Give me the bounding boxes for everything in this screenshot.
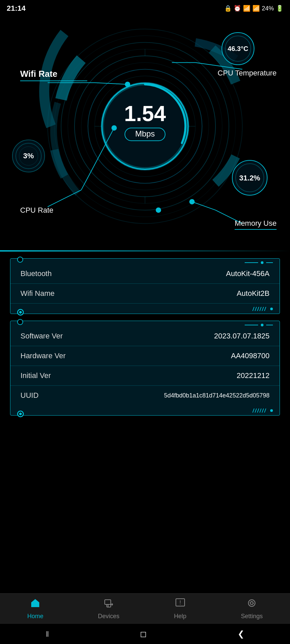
svg-text:Mbps: Mbps	[135, 129, 155, 138]
cpu-temp-label: CPU Temperature	[218, 69, 277, 77]
svg-point-15	[156, 207, 161, 213]
status-bar: 21:14 🔒 ⏰ 📶 📶 24% 🔋	[0, 0, 290, 17]
svg-rect-41	[107, 604, 111, 607]
status-icons: 🔒 ⏰ 📶 📶 24% 🔋	[224, 5, 283, 12]
corner-dot-1	[261, 261, 263, 264]
card-corner-br	[253, 307, 273, 311]
svg-line-23	[192, 202, 215, 210]
svg-rect-40	[105, 600, 111, 604]
cpu-rate-label: CPU Rate	[20, 206, 53, 215]
uuid-value: 5d4fbd0b1a1c81d714e42522d5d05798	[164, 392, 270, 399]
hardware-ver-value: AA4098700	[231, 352, 270, 360]
hash-marks-2	[253, 409, 265, 413]
devices-label: Devices	[98, 613, 119, 620]
corner-line-3	[245, 325, 258, 325]
svg-line-22	[48, 190, 81, 207]
bottom-nav: Home Devices ! Help	[0, 593, 290, 624]
battery-text: 24%	[262, 5, 274, 12]
bluetooth-value: AutoKit-456A	[226, 269, 270, 278]
hardware-ver-label: Hardware Ver	[20, 352, 66, 360]
gauge-section: 1.54 Mbps 46.3°C	[0, 17, 290, 252]
help-label: Help	[174, 613, 186, 620]
uuid-label: UUID	[20, 391, 39, 400]
uuid-row: UUID 5d4fbd0b1a1c81d714e42522d5d05798	[10, 386, 280, 405]
corner-line-1	[245, 262, 258, 263]
alarm-icon: ⏰	[234, 5, 241, 12]
initial-ver-value: 20221212	[237, 371, 270, 380]
wifi-name-value: AutoKit2B	[237, 289, 270, 298]
svg-text:31.2%: 31.2%	[239, 174, 260, 182]
nav-settings[interactable]: Settings	[241, 598, 263, 620]
svg-point-49	[248, 600, 255, 606]
card-corner-tr	[245, 261, 273, 264]
corner-line-4	[266, 325, 273, 325]
system-nav: ⦀ ◻ ❮	[0, 624, 290, 644]
help-icon: !	[175, 598, 186, 611]
card-corner-tr-2	[245, 324, 273, 326]
memory-label: Memory Use	[235, 219, 277, 230]
home-icon	[30, 598, 41, 611]
system-info-card: Software Ver 2023.07.07.1825 Hardware Ve…	[10, 321, 280, 416]
cpu-rate-gauge: 3%	[10, 138, 47, 176]
bluetooth-label: Bluetooth	[20, 269, 52, 278]
wifi-rate-label: Wifi Rate	[20, 69, 87, 81]
nav-home[interactable]: Home	[27, 598, 43, 620]
nav-devices[interactable]: Devices	[98, 598, 119, 620]
svg-line-17	[95, 83, 128, 84]
settings-icon	[246, 598, 257, 611]
initial-ver-row: Initial Ver 20221212	[10, 366, 280, 386]
svg-point-48	[250, 602, 253, 604]
devices-icon	[103, 598, 114, 611]
wifi-icon: 📶	[243, 5, 250, 12]
settings-label: Settings	[241, 613, 263, 620]
svg-text:46.3°C: 46.3°C	[228, 45, 248, 52]
home-label: Home	[27, 613, 43, 620]
initial-ver-label: Initial Ver	[20, 371, 51, 380]
software-ver-row: Software Ver 2023.07.07.1825	[10, 326, 280, 346]
corner-dot-2	[261, 324, 263, 326]
signal-icon: 📶	[252, 5, 260, 12]
svg-text:1.54: 1.54	[124, 102, 166, 126]
recents-button[interactable]: ⦀	[46, 629, 49, 639]
hash-marks-1	[253, 307, 265, 311]
svg-rect-39	[34, 604, 37, 607]
back-button[interactable]: ❮	[238, 629, 244, 639]
card-corner-br-2	[253, 409, 273, 413]
wifi-name-label: Wifi Name	[20, 289, 54, 298]
svg-text:3%: 3%	[23, 152, 34, 160]
software-ver-label: Software Ver	[20, 332, 63, 340]
lock-icon: 🔒	[224, 5, 232, 12]
svg-line-21	[81, 128, 114, 190]
software-ver-value: 2023.07.07.1825	[214, 332, 270, 340]
nav-help[interactable]: ! Help	[174, 598, 186, 620]
corner-line-2	[266, 262, 273, 263]
memory-gauge: 31.2%	[230, 158, 270, 199]
svg-text:!: !	[180, 600, 181, 605]
status-time: 21:14	[7, 4, 26, 13]
hardware-ver-row: Hardware Ver AA4098700	[10, 346, 280, 366]
home-button[interactable]: ◻	[140, 629, 147, 639]
wifi-name-row: Wifi Name AutoKit2B	[10, 284, 280, 304]
info-section: Bluetooth AutoKit-456A Wifi Name AutoKit…	[0, 252, 290, 483]
battery-icon: 🔋	[276, 5, 283, 12]
bluetooth-row: Bluetooth AutoKit-456A	[10, 264, 280, 284]
cpu-temp-gauge: 46.3°C	[220, 30, 256, 68]
network-info-card: Bluetooth AutoKit-456A Wifi Name AutoKit…	[10, 258, 280, 314]
